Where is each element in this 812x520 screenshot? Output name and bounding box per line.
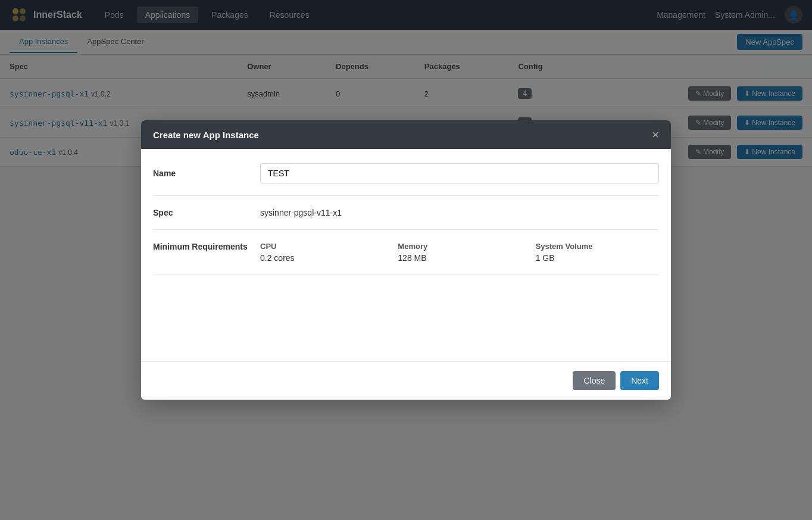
name-input[interactable] (260, 163, 659, 167)
modal-overlay: Create new App Instance × Name Spec sysi… (0, 0, 812, 167)
name-value (260, 163, 659, 167)
modal-body: Name Spec sysinner-pgsql-v11-x1 Minimum … (141, 149, 671, 167)
name-row: Name (153, 163, 659, 167)
create-instance-modal: Create new App Instance × Name Spec sysi… (141, 120, 671, 167)
modal-close-x-button[interactable]: × (652, 129, 659, 141)
modal-title: Create new App Instance (153, 130, 259, 140)
modal-header: Create new App Instance × (141, 120, 671, 149)
